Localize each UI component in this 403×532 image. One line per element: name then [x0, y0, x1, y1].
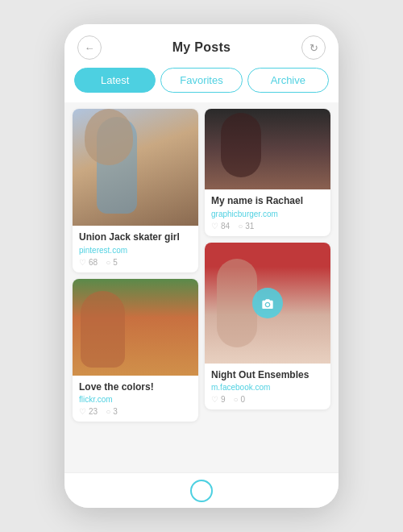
post-source-1: pinterest.com: [79, 246, 192, 255]
page-title: My Posts: [172, 40, 231, 55]
header: ← My Posts ↻: [64, 24, 339, 60]
post-image-4: [205, 243, 330, 364]
likes-count-1: 68: [89, 258, 98, 267]
post-image-3: [73, 279, 198, 376]
post-card-1[interactable]: Union Jack skater girl pinterest.com ♡ 6…: [73, 109, 198, 272]
post-body-1: Union Jack skater girl pinterest.com ♡ 6…: [73, 226, 198, 272]
tab-archive[interactable]: Archive: [247, 68, 329, 93]
post-card-3[interactable]: Love the colors! flickr.com ♡ 23 ○ 3: [73, 279, 198, 422]
post-title-2: My name is Rachael: [211, 195, 324, 208]
heart-icon-2: ♡: [211, 222, 218, 231]
post-stats-2: ♡ 84 ○ 31: [211, 222, 324, 231]
post-stats-3: ♡ 23 ○ 3: [79, 407, 192, 416]
heart-icon-3: ♡: [79, 407, 86, 416]
comment-icon-1: ○: [106, 258, 110, 267]
comments-stat-4: ○ 0: [234, 395, 246, 404]
tab-latest[interactable]: Latest: [74, 68, 156, 93]
comments-count-4: 0: [241, 395, 246, 404]
post-source-3: flickr.com: [79, 395, 192, 404]
tabs-bar: Latest Favorites Archive: [64, 60, 339, 102]
refresh-icon: ↻: [310, 42, 318, 54]
post-card-4[interactable]: Night Out Ensembles m.facebook.com ♡ 9 ○…: [205, 243, 330, 410]
likes-stat-2: ♡ 84: [211, 222, 230, 231]
comments-count-1: 5: [113, 258, 118, 267]
bottom-bar: [64, 472, 339, 508]
camera-badge: [252, 288, 283, 318]
right-column: My name is Rachael graphicburger.com ♡ 8…: [205, 109, 330, 466]
post-image-1: [73, 109, 198, 226]
comments-stat-3: ○ 3: [106, 407, 118, 416]
post-title-3: Love the colors!: [79, 381, 192, 394]
comment-icon-3: ○: [106, 407, 110, 416]
comments-stat-1: ○ 5: [106, 258, 118, 267]
heart-icon-1: ♡: [79, 258, 86, 267]
post-stats-4: ♡ 9 ○ 0: [211, 395, 324, 404]
comments-stat-2: ○ 31: [238, 222, 254, 231]
tab-favorites[interactable]: Favorites: [160, 68, 242, 93]
phone-frame: ← My Posts ↻ Latest Favorites Archive Un…: [64, 24, 339, 508]
comment-icon-2: ○: [238, 222, 243, 231]
likes-count-2: 84: [221, 222, 230, 231]
refresh-button[interactable]: ↻: [301, 35, 326, 60]
post-title-4: Night Out Ensembles: [211, 369, 324, 382]
post-image-2: [205, 109, 330, 189]
likes-stat-3: ♡ 23: [79, 407, 98, 416]
back-button[interactable]: ←: [77, 35, 102, 60]
post-stats-1: ♡ 68 ○ 5: [79, 258, 192, 267]
post-body-3: Love the colors! flickr.com ♡ 23 ○ 3: [73, 376, 198, 422]
likes-count-3: 23: [89, 407, 98, 416]
comments-count-3: 3: [113, 407, 118, 416]
posts-grid: Union Jack skater girl pinterest.com ♡ 6…: [64, 102, 339, 472]
post-source-4: m.facebook.com: [211, 383, 324, 392]
post-source-2: graphicburger.com: [211, 210, 324, 218]
likes-stat-1: ♡ 68: [79, 258, 98, 267]
likes-stat-4: ♡ 9: [211, 395, 226, 404]
post-card-2[interactable]: My name is Rachael graphicburger.com ♡ 8…: [205, 109, 330, 236]
heart-icon-4: ♡: [211, 395, 218, 404]
comments-count-2: 31: [245, 222, 254, 231]
likes-count-4: 9: [221, 395, 226, 404]
bottom-circle-button[interactable]: [190, 480, 213, 502]
post-body-2: My name is Rachael graphicburger.com ♡ 8…: [205, 189, 330, 236]
post-title-1: Union Jack skater girl: [79, 231, 192, 244]
comment-icon-4: ○: [234, 395, 239, 404]
left-column: Union Jack skater girl pinterest.com ♡ 6…: [73, 109, 198, 466]
back-icon: ←: [85, 42, 95, 54]
post-body-4: Night Out Ensembles m.facebook.com ♡ 9 ○…: [205, 364, 330, 410]
